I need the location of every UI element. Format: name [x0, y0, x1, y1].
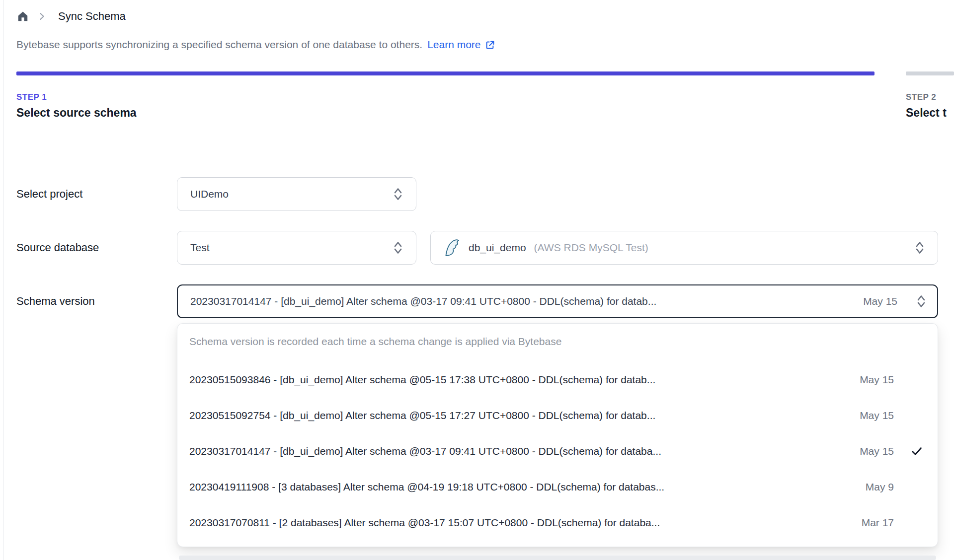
schema-version-option[interactable]: 20230317070811 - [2 databases] Alter sch… [177, 505, 938, 541]
schema-version-value: 20230317014147 - [db_ui_demo] Alter sche… [190, 295, 656, 307]
option-text: 20230317014147 - [db_ui_demo] Alter sche… [189, 445, 661, 457]
step1-title: Select source schema [16, 106, 137, 120]
page-title: Sync Schema [58, 10, 126, 23]
environment-select-value: Test [190, 242, 210, 254]
schema-version-option[interactable]: 20230419111908 - [3 databases] Alter sch… [177, 469, 938, 505]
option-text: 20230515092754 - [db_ui_demo] Alter sche… [189, 410, 655, 421]
schema-version-label: Schema version [16, 284, 95, 318]
step2-label: STEP 2 [906, 92, 954, 102]
schema-version-option[interactable]: 20230515093846 - [db_ui_demo] Alter sche… [177, 362, 938, 398]
step2-progress-bar [906, 71, 954, 75]
schema-version-dropdown: Schema version is recorded each time a s… [177, 323, 938, 547]
step1-label: STEP 1 [16, 92, 137, 102]
panel-bottom-strip [179, 556, 936, 560]
sync-schema-page: Sync Schema Bytebase supports synchroniz… [0, 0, 954, 560]
intro-text-row: Bytebase supports synchronizing a specif… [16, 39, 495, 51]
option-date: May 9 [857, 481, 894, 493]
option-text: 20230515093846 - [db_ui_demo] Alter sche… [189, 374, 655, 386]
external-link-icon [485, 40, 495, 50]
database-select[interactable]: db_ui_demo (AWS RDS MySQL Test) [430, 231, 938, 265]
learn-more-link[interactable]: Learn more [427, 39, 495, 51]
schema-version-select[interactable]: 20230317014147 - [db_ui_demo] Alter sche… [177, 284, 938, 318]
schema-version-date: May 15 [853, 295, 897, 307]
project-select-value: UIDemo [190, 188, 229, 200]
project-select[interactable]: UIDemo [177, 177, 416, 211]
check-icon [911, 445, 923, 457]
schema-version-option-selected[interactable]: 20230317014147 - [db_ui_demo] Alter sche… [177, 433, 938, 469]
option-date: May 15 [851, 374, 894, 386]
database-instance: (AWS RDS MySQL Test) [534, 242, 648, 254]
learn-more-label: Learn more [427, 39, 480, 51]
chevron-up-down-icon [393, 240, 403, 255]
breadcrumb: Sync Schema [16, 10, 126, 23]
page-left-divider [3, 0, 3, 560]
chevron-up-down-icon [916, 294, 926, 309]
step1-progress-bar [16, 71, 874, 75]
option-text: 20230419111908 - [3 databases] Alter sch… [189, 481, 664, 493]
chevron-up-down-icon [393, 187, 403, 202]
intro-text: Bytebase supports synchronizing a specif… [16, 39, 422, 51]
mysql-icon [444, 237, 461, 258]
step1-header: STEP 1 Select source schema [16, 92, 137, 120]
option-date: May 15 [851, 445, 894, 457]
select-project-label: Select project [16, 177, 82, 211]
step2-header: STEP 2 Select t [906, 92, 954, 120]
step2-title: Select t [906, 106, 954, 120]
dropdown-hint: Schema version is recorded each time a s… [177, 324, 938, 362]
home-icon[interactable] [16, 10, 29, 23]
option-text: 20230317070811 - [2 databases] Alter sch… [189, 517, 660, 529]
environment-select[interactable]: Test [177, 231, 416, 265]
chevron-up-down-icon [915, 240, 925, 255]
option-date: Mar 17 [853, 517, 894, 529]
schema-version-option[interactable]: 20230515092754 - [db_ui_demo] Alter sche… [177, 398, 938, 433]
breadcrumb-separator-icon [36, 11, 47, 22]
database-name: db_ui_demo [469, 242, 526, 254]
option-date: May 15 [851, 410, 894, 421]
source-database-label: Source database [16, 231, 99, 265]
